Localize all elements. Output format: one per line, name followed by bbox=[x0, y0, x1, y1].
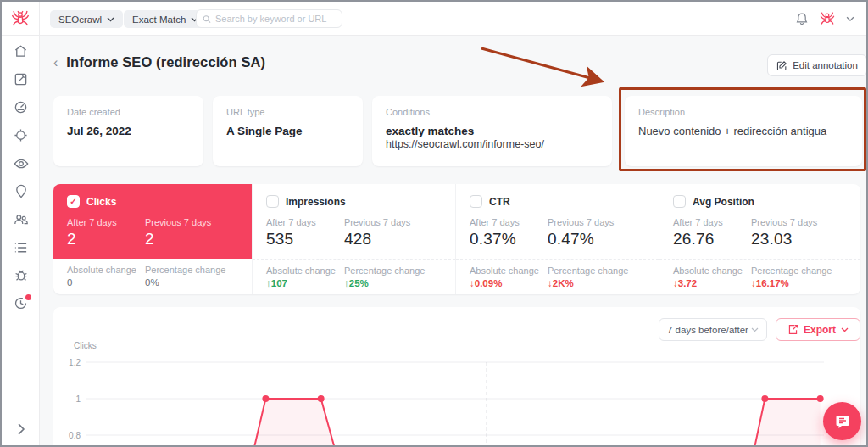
svg-text:1: 1 bbox=[75, 394, 81, 404]
edit-annotation-button[interactable]: Edit annotation bbox=[767, 54, 866, 76]
search-icon bbox=[203, 14, 211, 24]
description-label: Description bbox=[638, 107, 849, 117]
sidebar-expand-button[interactable] bbox=[2, 423, 40, 435]
absolute-change-label: Absolute change bbox=[470, 265, 548, 276]
edit-icon bbox=[776, 60, 787, 71]
date-created-card: Date created Jul 26, 2022 bbox=[53, 96, 203, 166]
avg-position-percentage-change: ↓16.17% bbox=[751, 278, 832, 288]
conditions-url: https://seocrawl.com/informe-seo/ bbox=[386, 138, 598, 150]
after-label: After 7 days bbox=[266, 217, 344, 227]
absolute-change-label: Absolute change bbox=[673, 265, 751, 276]
percentage-change-label: Percentage change bbox=[751, 265, 832, 276]
main-content: ‹ Informe SEO (redirección SA) Edit anno… bbox=[40, 36, 866, 445]
top-bar: SEOcrawl Exact Match bbox=[2, 2, 866, 36]
chevron-right-icon bbox=[17, 423, 25, 435]
ctr-previous-value: 0.47% bbox=[548, 230, 614, 249]
description-card: Description Nuevo contenido + redirecció… bbox=[625, 96, 862, 166]
previous-label: Previous 7 days bbox=[344, 217, 410, 227]
impressions-toggle[interactable]: Impressions bbox=[266, 195, 442, 208]
conditions-card: Conditions exactly matches https://seocr… bbox=[372, 96, 612, 166]
impressions-absolute-change: ↑107 bbox=[266, 278, 344, 288]
sidebar-item-reports[interactable] bbox=[2, 233, 40, 261]
after-label: After 7 days bbox=[470, 217, 548, 227]
clicks-toggle[interactable]: ✓ Clicks bbox=[67, 195, 238, 208]
ctr-after-value: 0.37% bbox=[470, 230, 548, 249]
sidebar-item-issues[interactable] bbox=[2, 261, 40, 289]
note-icon bbox=[834, 413, 851, 430]
previous-label: Previous 7 days bbox=[145, 217, 211, 227]
ctr-checkbox-unchecked[interactable] bbox=[470, 195, 482, 208]
clicks-chart-card: 7 days before/after Export Clicks 1.210.… bbox=[53, 307, 860, 445]
project-selector[interactable]: SEOcrawl bbox=[50, 10, 123, 28]
sidebar-item-competitors[interactable] bbox=[2, 205, 40, 233]
seocrawl-logo[interactable] bbox=[2, 2, 40, 36]
target-icon bbox=[14, 128, 28, 142]
page-title: Informe SEO (redirección SA) bbox=[66, 54, 265, 70]
absolute-change-label: Absolute change bbox=[67, 265, 145, 275]
url-type-value: A Single Page bbox=[226, 125, 349, 137]
eye-icon bbox=[14, 158, 29, 170]
users-icon bbox=[14, 213, 29, 226]
clicks-absolute-change: 0 bbox=[67, 277, 145, 288]
clicks-checkbox-checked[interactable]: ✓ bbox=[67, 195, 80, 208]
avg-position-label: Avg Position bbox=[693, 196, 754, 208]
ctr-label: CTR bbox=[489, 196, 510, 208]
account-menu-chevron-icon[interactable] bbox=[846, 16, 854, 22]
sidebar-item-opportunities[interactable] bbox=[2, 177, 40, 205]
match-type-selector[interactable]: Exact Match bbox=[124, 10, 207, 28]
gauge-icon bbox=[14, 100, 28, 115]
sidebar-item-visibility[interactable] bbox=[2, 149, 40, 177]
url-type-card: URL type A Single Page bbox=[213, 96, 363, 166]
svg-text:1.2: 1.2 bbox=[69, 358, 81, 367]
search-box[interactable] bbox=[196, 9, 342, 28]
bug-icon bbox=[14, 268, 28, 282]
conditions-label: Conditions bbox=[386, 107, 598, 117]
annotations-fab[interactable] bbox=[823, 402, 861, 440]
clicks-label: Clicks bbox=[86, 196, 116, 208]
sidebar-item-history[interactable] bbox=[2, 289, 40, 317]
annotation-arrow bbox=[438, 42, 620, 95]
home-icon bbox=[14, 44, 28, 59]
match-type-label: Exact Match bbox=[132, 14, 186, 25]
app-window: SEOcrawl Exact Match bbox=[0, 0, 868, 447]
percentage-change-label: Percentage change bbox=[145, 265, 225, 275]
previous-label: Previous 7 days bbox=[548, 217, 614, 227]
impressions-percentage-change: ↑25% bbox=[344, 278, 425, 288]
notifications-bell-icon[interactable] bbox=[795, 12, 809, 26]
ctr-toggle[interactable]: CTR bbox=[470, 195, 645, 208]
clicks-percentage-change: 0% bbox=[145, 277, 225, 288]
percentage-change-label: Percentage change bbox=[344, 265, 425, 276]
sidebar-item-rank-tracker[interactable] bbox=[2, 121, 40, 149]
avg-position-absolute-change: ↓3.72 bbox=[673, 278, 751, 288]
conditions-match-type: exactly matches bbox=[386, 125, 598, 137]
avg-position-checkbox-unchecked[interactable] bbox=[673, 195, 686, 208]
avg-position-after-value: 26.76 bbox=[673, 230, 751, 249]
user-avatar-spider[interactable] bbox=[820, 10, 835, 27]
clicks-after-value: 2 bbox=[67, 230, 145, 249]
search-input[interactable] bbox=[215, 14, 336, 24]
after-label: After 7 days bbox=[673, 217, 751, 227]
clicks-chart[interactable]: 1.210.8 bbox=[53, 307, 860, 445]
url-type-label: URL type bbox=[226, 107, 349, 117]
sidebar-item-dashboard[interactable] bbox=[2, 93, 40, 121]
list-icon bbox=[14, 242, 28, 254]
pin-icon bbox=[15, 184, 27, 198]
metric-card-ctr: CTR After 7 days0.37% Previous 7 days0.4… bbox=[455, 184, 659, 294]
notification-badge bbox=[25, 294, 31, 300]
sidebar-item-annotations[interactable] bbox=[2, 65, 40, 93]
previous-label: Previous 7 days bbox=[751, 217, 817, 227]
impressions-previous-value: 428 bbox=[344, 230, 410, 249]
avg-position-previous-value: 23.03 bbox=[751, 230, 817, 249]
back-button[interactable]: ‹ bbox=[53, 56, 58, 70]
edit-annotation-label: Edit annotation bbox=[793, 60, 858, 70]
ctr-percentage-change: ↓2K% bbox=[548, 278, 628, 288]
metrics-panel: ✓ Clicks After 7 days2 Previous 7 days2 … bbox=[53, 184, 860, 294]
sidebar-item-home[interactable] bbox=[2, 37, 40, 65]
impressions-after-value: 535 bbox=[266, 230, 344, 249]
date-created-value: Jul 26, 2022 bbox=[67, 125, 190, 137]
metric-card-impressions: Impressions After 7 days535 Previous 7 d… bbox=[252, 184, 455, 294]
impressions-checkbox-unchecked[interactable] bbox=[266, 195, 279, 208]
metric-card-avg-position: Avg Position After 7 days26.76 Previous … bbox=[659, 184, 860, 294]
avg-position-toggle[interactable]: Avg Position bbox=[673, 195, 847, 208]
project-selector-label: SEOcrawl bbox=[58, 14, 102, 25]
